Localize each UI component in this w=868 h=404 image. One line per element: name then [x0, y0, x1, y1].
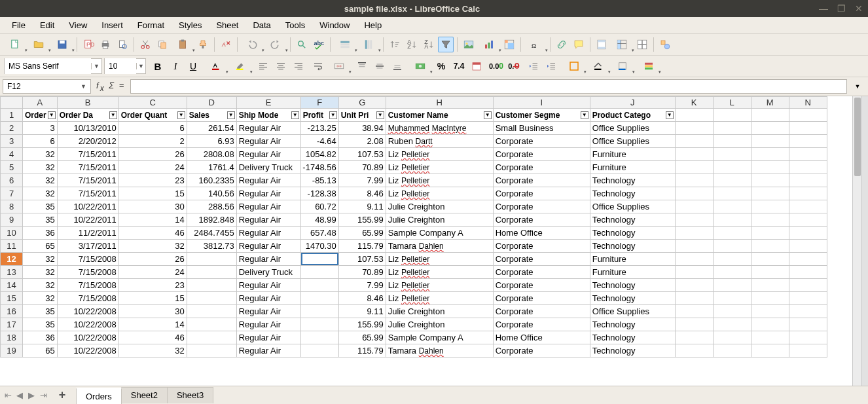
row-header-13[interactable]: 13	[1, 266, 23, 279]
row-header-7[interactable]: 7	[1, 187, 23, 200]
cell[interactable]	[751, 331, 789, 344]
cell[interactable]: Technology	[590, 174, 675, 187]
cell[interactable]: 32	[23, 266, 58, 279]
row-header-16[interactable]: 16	[1, 305, 23, 318]
cell[interactable]: Technology	[590, 187, 675, 200]
print-button[interactable]	[98, 37, 113, 52]
cell[interactable]: Corporate	[493, 213, 590, 227]
cell[interactable]: 155.99	[338, 213, 386, 227]
cell[interactable]	[789, 200, 827, 213]
pivot-table-button[interactable]	[501, 37, 517, 52]
cell[interactable]	[675, 279, 713, 292]
cell[interactable]	[789, 240, 827, 253]
bold-button[interactable]: B	[150, 58, 166, 74]
column-header-G[interactable]: G	[338, 97, 386, 109]
cell[interactable]: 65	[23, 344, 58, 358]
cell[interactable]	[713, 266, 751, 279]
cell[interactable]	[675, 266, 713, 279]
cell[interactable]: Technology	[590, 331, 675, 344]
cell[interactable]	[751, 318, 789, 331]
cell[interactable]: Liz Pelletier	[386, 253, 493, 266]
cell[interactable]: 9.11	[338, 200, 386, 213]
cell[interactable]: Liz Pelletier	[386, 148, 493, 161]
cell[interactable]: 32	[23, 253, 58, 266]
cell[interactable]: 23	[118, 279, 187, 292]
column-header-M[interactable]: M	[751, 97, 789, 109]
underline-button[interactable]: U	[185, 58, 201, 74]
sidebar-handle[interactable]	[861, 96, 868, 386]
cell-grid[interactable]: ABCDEFGHIJKLMN1Order▼Order Da▼Order Quan…	[0, 96, 827, 358]
cell[interactable]	[675, 331, 713, 344]
find-replace-button[interactable]	[294, 37, 310, 52]
chevron-down-icon[interactable]: ▼	[81, 83, 86, 90]
italic-button[interactable]: I	[168, 58, 183, 74]
cell[interactable]: 10/22/2008	[57, 318, 118, 331]
cell[interactable]	[713, 305, 751, 318]
cell[interactable]	[675, 227, 713, 240]
cell[interactable]: 32	[23, 174, 58, 187]
cell[interactable]: Corporate	[493, 174, 590, 187]
autofilter-arrow-icon[interactable]: ▼	[48, 111, 56, 119]
cell[interactable]	[789, 109, 827, 122]
cell[interactable]	[300, 305, 338, 318]
minimize-button[interactable]: —	[819, 3, 828, 14]
font-name-combo[interactable]: ▼	[4, 58, 102, 74]
insert-comment-button[interactable]	[571, 37, 587, 52]
increase-indent-button[interactable]	[543, 58, 559, 74]
cell[interactable]	[789, 279, 827, 292]
cell[interactable]	[713, 253, 751, 266]
cell[interactable]	[789, 253, 827, 266]
cell[interactable]	[675, 148, 713, 161]
cell[interactable]: 2484.7455	[187, 227, 236, 240]
cell[interactable]: 32	[23, 187, 58, 200]
cell[interactable]	[300, 292, 338, 305]
autofilter-arrow-icon[interactable]: ▼	[291, 111, 299, 119]
align-center-button[interactable]	[273, 58, 289, 74]
row-header-6[interactable]: 6	[1, 174, 23, 187]
cell[interactable]: 1761.4	[187, 161, 236, 174]
cell[interactable]: 8.46	[338, 187, 386, 200]
cell[interactable]: Home Office	[493, 331, 590, 344]
menu-format[interactable]: Format	[131, 18, 171, 32]
cell[interactable]: 7/15/2008	[57, 266, 118, 279]
open-button[interactable]	[27, 37, 50, 52]
cell[interactable]: 1470.30	[300, 240, 338, 253]
cell[interactable]: Regular Air	[236, 187, 300, 200]
row-header-19[interactable]: 19	[1, 344, 23, 358]
cell[interactable]: 14	[118, 318, 187, 331]
cell[interactable]: Regular Air	[236, 279, 300, 292]
column-header-N[interactable]: N	[789, 97, 827, 109]
align-right-button[interactable]	[291, 58, 306, 74]
cell[interactable]: Furniture	[590, 148, 675, 161]
cell[interactable]: 15	[118, 187, 187, 200]
cell[interactable]: Regular Air	[236, 148, 300, 161]
cell[interactable]: Office Supplies	[590, 122, 675, 135]
cell[interactable]: -213.25	[300, 122, 338, 135]
cell[interactable]	[751, 305, 789, 318]
cell[interactable]	[675, 240, 713, 253]
cell[interactable]	[187, 253, 236, 266]
tab-prev-button[interactable]: ◀	[14, 390, 25, 400]
cell[interactable]	[713, 292, 751, 305]
cell[interactable]: -85.13	[300, 174, 338, 187]
cell[interactable]: 140.56	[187, 187, 236, 200]
cut-button[interactable]	[137, 37, 153, 52]
cell[interactable]	[789, 187, 827, 200]
row-header-18[interactable]: 18	[1, 331, 23, 344]
cell[interactable]: Liz Pelletier	[386, 292, 493, 305]
undo-button[interactable]	[241, 37, 263, 52]
cell[interactable]: 24	[118, 266, 187, 279]
font-name-input[interactable]	[5, 58, 91, 74]
column-header-A[interactable]: A	[23, 97, 58, 109]
menu-data[interactable]: Data	[246, 18, 277, 32]
cell[interactable]: 26	[118, 253, 187, 266]
cell[interactable]: 46	[118, 227, 187, 240]
clone-formatting-button[interactable]	[195, 37, 211, 52]
cell[interactable]: Regular Air	[236, 174, 300, 187]
row-header-8[interactable]: 8	[1, 200, 23, 213]
cell[interactable]: Corporate	[493, 305, 590, 318]
cell[interactable]	[751, 200, 789, 213]
cell[interactable]: 1892.848	[187, 213, 236, 227]
cell[interactable]: Furniture	[590, 266, 675, 279]
row-header-4[interactable]: 4	[1, 148, 23, 161]
